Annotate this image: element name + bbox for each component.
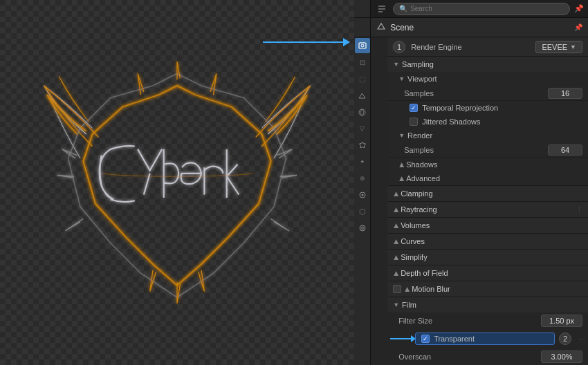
- step-badge-2: 2: [559, 333, 571, 345]
- step-badge-1: 1: [393, 41, 405, 53]
- jittered-shadows-checkbox[interactable]: [410, 118, 418, 126]
- simplify-title: Simplify: [401, 253, 428, 261]
- arrow-indicator-transparent: [390, 338, 412, 339]
- jittered-shadows-row: Jittered Shadows: [387, 115, 588, 129]
- side-icon-material[interactable]: [355, 221, 370, 236]
- side-icon-render[interactable]: [355, 38, 370, 53]
- scene-header: Scene 📌: [371, 18, 588, 37]
- film-section: ▼ Film Filter Size 1.50 px ✓ Tra: [387, 297, 588, 365]
- motion-blur-checkbox[interactable]: [393, 285, 401, 293]
- svg-rect-0: [359, 43, 366, 48]
- motion-blur-header[interactable]: ▶ Motion Blur: [387, 281, 588, 297]
- clamping-chevron: ▶: [392, 191, 399, 196]
- sampling-header[interactable]: ▼ Sampling: [387, 57, 588, 72]
- render-samples-value[interactable]: 64: [548, 144, 582, 156]
- transparent-dots[interactable]: ⋯: [578, 335, 585, 343]
- side-icon-output[interactable]: ⊡: [355, 55, 370, 70]
- sampling-title: Sampling: [402, 60, 434, 68]
- viewport-area: [0, 0, 354, 365]
- search-icon: 🔍: [399, 5, 407, 12]
- render-engine-value-text: EEVEE: [542, 43, 567, 51]
- svg-point-2: [359, 109, 365, 115]
- viewport-subtitle: Viewport: [407, 75, 437, 83]
- transparent-checkbox-container[interactable]: ✓ Transparent: [415, 333, 555, 345]
- render-chevron: ▼: [398, 132, 405, 139]
- filter-size-row: Filter Size 1.50 px: [387, 312, 588, 329]
- shadows-chevron: ▶: [398, 162, 405, 167]
- filter-size-label: Filter Size: [398, 317, 541, 325]
- properties-content[interactable]: 1 Render Engine EEVEE ▼ ▼ Sampling ▼ Vie…: [387, 37, 588, 365]
- curves-section: ▶ Curves: [387, 234, 588, 250]
- side-icon-particles[interactable]: ✦: [355, 154, 370, 169]
- arrow-indicator-left: [263, 41, 346, 43]
- render-samples-label: Samples: [404, 146, 548, 154]
- sampling-chevron: ▼: [393, 61, 399, 68]
- transparent-label: Transparent: [434, 335, 475, 343]
- film-chevron: ▼: [393, 301, 399, 308]
- viewport-samples-value[interactable]: 16: [548, 88, 582, 99]
- toolbar-icon-left[interactable]: [375, 2, 389, 16]
- advanced-title: Advanced: [406, 174, 440, 182]
- dropdown-chevron: ▼: [570, 44, 576, 50]
- overscan-value[interactable]: 3.00%: [541, 350, 582, 363]
- volumes-header[interactable]: ▶ Volumes: [387, 218, 588, 233]
- volumes-title: Volumes: [401, 221, 430, 230]
- volumes-chevron: ▶: [392, 223, 399, 228]
- curves-header[interactable]: ▶ Curves: [387, 234, 588, 249]
- clamping-section: ▶ Clamping: [387, 186, 588, 202]
- viewport-subsection: ▼ Viewport Samples 16 ✓ Temporal Reproje…: [387, 72, 588, 129]
- properties-panel: 🔍 Search 📌 Scene 📌 1 Render Engine EEVEE…: [371, 0, 588, 365]
- svg-point-5: [361, 194, 363, 196]
- raytracing-chevron: ▶: [392, 207, 399, 212]
- viewport-logo: [32, 37, 322, 328]
- scene-icon: [376, 21, 386, 33]
- render-samples-row: Samples 64: [387, 142, 588, 158]
- viewport-samples-label: Samples: [404, 89, 548, 97]
- temporal-reprojection-checkbox[interactable]: ✓: [410, 104, 418, 112]
- advanced-header[interactable]: ▶ Advanced: [387, 171, 588, 185]
- render-subheader[interactable]: ▼ Render: [387, 129, 588, 142]
- dof-chevron: ▶: [392, 271, 399, 276]
- simplify-chevron: ▶: [392, 255, 399, 260]
- film-title: Film: [402, 301, 416, 309]
- render-engine-dropdown[interactable]: EEVEE ▼: [535, 41, 582, 53]
- temporal-reprojection-row: ✓ Temporal Reprojection: [387, 101, 588, 115]
- raytracing-menu-icon[interactable]: ⋮: [576, 205, 582, 214]
- film-header[interactable]: ▼ Film: [387, 297, 588, 312]
- side-icon-data[interactable]: ⬡: [355, 204, 370, 219]
- render-engine-label: Render Engine: [411, 43, 535, 51]
- side-icon-object[interactable]: ▽: [355, 121, 370, 136]
- filter-size-value[interactable]: 1.50 px: [541, 315, 582, 327]
- clamping-header[interactable]: ▶ Clamping: [387, 186, 588, 201]
- scene-label: Scene: [390, 23, 574, 32]
- unpin-icon[interactable]: 📌: [574, 24, 582, 31]
- side-icon-physics[interactable]: ⊕: [355, 171, 370, 186]
- viewport-samples-row: Samples 16: [387, 86, 588, 101]
- raytracing-section: ▶ Raytracing ⋮: [387, 202, 588, 218]
- sampling-section: ▼ Sampling ▼ Viewport Samples 16 ✓ Tempo…: [387, 57, 588, 186]
- transparent-checkbox[interactable]: ✓: [421, 335, 430, 343]
- depth-of-field-header[interactable]: ▶ Depth of Field: [387, 265, 588, 281]
- side-icon-world[interactable]: [355, 104, 370, 120]
- overscan-row: Overscan 3.00%: [387, 348, 588, 365]
- volumes-section: ▶ Volumes: [387, 218, 588, 234]
- simplify-header[interactable]: ▶ Simplify: [387, 250, 588, 265]
- advanced-chevron: ▶: [398, 176, 405, 181]
- search-bar[interactable]: 🔍 Search: [393, 3, 570, 15]
- render-engine-row: 1 Render Engine EEVEE ▼: [387, 37, 588, 57]
- motion-blur-title: Motion Blur: [412, 285, 450, 293]
- side-icon-modifier[interactable]: [355, 138, 370, 153]
- pin-icon[interactable]: 📌: [574, 4, 584, 13]
- side-icon-viewlayer[interactable]: ⬚: [355, 71, 370, 86]
- dof-title: Depth of Field: [401, 269, 448, 277]
- viewport-subheader[interactable]: ▼ Viewport: [387, 72, 588, 86]
- side-icon-constraints[interactable]: [355, 187, 370, 203]
- shadows-header[interactable]: ▶ Shadows: [387, 158, 588, 171]
- render-subtitle: Render: [407, 131, 432, 140]
- side-icon-scene[interactable]: [355, 88, 370, 103]
- simplify-section: ▶ Simplify: [387, 250, 588, 265]
- raytracing-header[interactable]: ▶ Raytracing ⋮: [387, 202, 588, 217]
- render-subsection: ▼ Render Samples 64 ▶ Shadows ▶ Advanced: [387, 129, 588, 185]
- jittered-shadows-label: Jittered Shadows: [422, 118, 480, 126]
- viewport-chevron: ▼: [398, 75, 405, 82]
